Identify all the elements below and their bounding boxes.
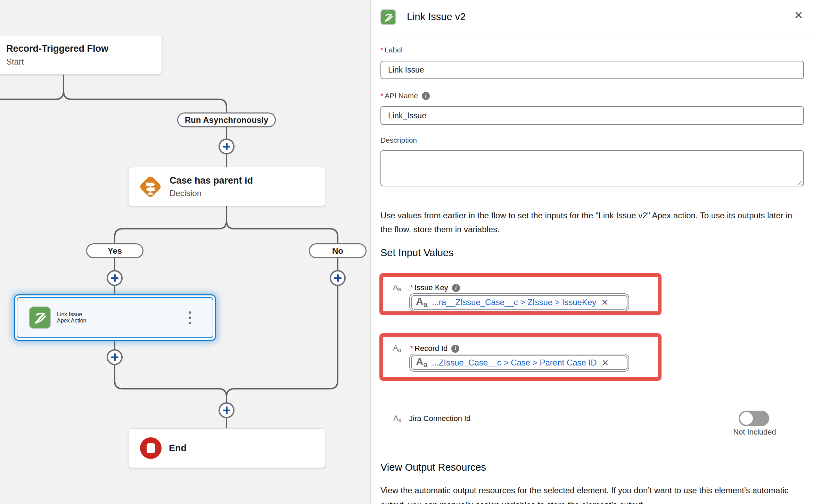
required-marker: * bbox=[410, 283, 413, 292]
start-node-title: Record-Triggered Flow bbox=[6, 43, 108, 54]
record-id-value-input[interactable]: Aa ...ZIssue_Case__c > Case > Parent Cas… bbox=[409, 354, 629, 372]
add-element-button[interactable] bbox=[219, 138, 235, 154]
description-textarea[interactable] bbox=[380, 150, 804, 186]
required-marker: * bbox=[380, 46, 383, 54]
add-element-button[interactable] bbox=[330, 270, 346, 286]
apex-action-node-selected[interactable]: Link Issue Apex Action bbox=[14, 294, 216, 341]
apex-action-z-icon bbox=[29, 306, 51, 329]
description-field-label: Description bbox=[380, 136, 417, 144]
api-name-input[interactable] bbox=[380, 106, 804, 125]
flow-canvas[interactable]: Record-Triggered Flow Start Run Asynchro… bbox=[0, 0, 370, 504]
info-icon[interactable]: i bbox=[452, 284, 460, 292]
remove-value-icon[interactable]: ✕ bbox=[601, 297, 608, 308]
text-type-icon: Aa bbox=[393, 414, 402, 423]
panel-header: Link Issue v2 ✕ bbox=[371, 0, 813, 34]
toggle-caption: Not Included bbox=[730, 428, 779, 437]
label-field-label: * Label bbox=[380, 46, 403, 54]
add-element-button[interactable] bbox=[219, 402, 235, 418]
issue-key-value: ...ra__ZIssue_Case__c > ZIssue > IssueKe… bbox=[432, 297, 597, 307]
required-marker: * bbox=[410, 344, 413, 353]
decision-node-title: Case has parent id bbox=[170, 175, 253, 186]
include-toggle[interactable] bbox=[739, 411, 769, 426]
end-node-title: End bbox=[169, 443, 187, 454]
output-text: View the automatic output resources for … bbox=[380, 483, 799, 504]
apex-node-subtitle: Apex Action bbox=[57, 318, 87, 324]
info-icon[interactable]: i bbox=[451, 345, 459, 353]
issue-key-annotation-box: Aa * Issue Key i Aa ...ra__ZIssue_Case__… bbox=[379, 273, 662, 315]
api-name-field-label: * API Name i bbox=[380, 92, 430, 100]
issue-key-label: * Issue Key i bbox=[410, 283, 460, 292]
jira-connection-id-label: Jira Connection Id bbox=[409, 414, 470, 423]
add-element-button[interactable] bbox=[107, 270, 123, 286]
apex-action-z-icon bbox=[380, 9, 396, 25]
remove-value-icon[interactable]: ✕ bbox=[602, 358, 609, 368]
text-type-icon: Aa bbox=[416, 295, 428, 309]
properties-panel: Link Issue v2 ✕ * Label * API Name i Des… bbox=[370, 0, 813, 504]
node-menu-icon[interactable] bbox=[189, 311, 191, 324]
end-icon bbox=[140, 437, 162, 459]
required-marker: * bbox=[380, 92, 383, 100]
text-type-icon: Aa bbox=[393, 283, 401, 293]
async-path-pill: Run Asynchronously bbox=[177, 112, 276, 127]
record-id-value: ...ZIssue_Case__c > Case > Parent Case I… bbox=[432, 358, 597, 368]
text-type-icon: Aa bbox=[393, 344, 401, 353]
start-node[interactable]: Record-Triggered Flow Start bbox=[0, 35, 162, 75]
decision-node-subtitle: Decision bbox=[170, 188, 253, 198]
intro-text: Use values from earlier in the flow to s… bbox=[380, 209, 796, 236]
record-id-label: * Record Id i bbox=[410, 344, 460, 353]
text-type-icon: Aa bbox=[416, 356, 428, 369]
toggle-knob bbox=[740, 412, 753, 425]
view-output-resources-heading: View Output Resources bbox=[380, 462, 486, 473]
branch-yes-pill: Yes bbox=[86, 243, 143, 258]
branch-no-label: No bbox=[332, 246, 343, 256]
start-node-subtitle: Start bbox=[6, 57, 24, 67]
apex-node-title: Link Issue bbox=[57, 311, 87, 318]
set-input-values-heading: Set Input Values bbox=[380, 247, 454, 259]
decision-icon bbox=[137, 173, 164, 200]
end-node[interactable]: End bbox=[128, 428, 325, 468]
close-icon[interactable]: ✕ bbox=[794, 10, 803, 21]
record-id-annotation-box: Aa * Record Id i Aa ...ZIssue_Case__c > … bbox=[379, 333, 662, 381]
decision-node[interactable]: Case has parent id Decision bbox=[128, 167, 325, 206]
label-input[interactable] bbox=[380, 61, 804, 79]
info-icon[interactable]: i bbox=[422, 92, 430, 100]
branch-yes-label: Yes bbox=[108, 246, 122, 256]
issue-key-value-input[interactable]: Aa ...ra__ZIssue_Case__c > ZIssue > Issu… bbox=[409, 293, 629, 311]
branch-no-pill: No bbox=[309, 243, 367, 258]
panel-title: Link Issue v2 bbox=[407, 11, 466, 23]
add-element-button[interactable] bbox=[107, 349, 123, 365]
async-path-label: Run Asynchronously bbox=[185, 115, 268, 125]
flow-builder-app: Record-Triggered Flow Start Run Asynchro… bbox=[0, 0, 813, 504]
